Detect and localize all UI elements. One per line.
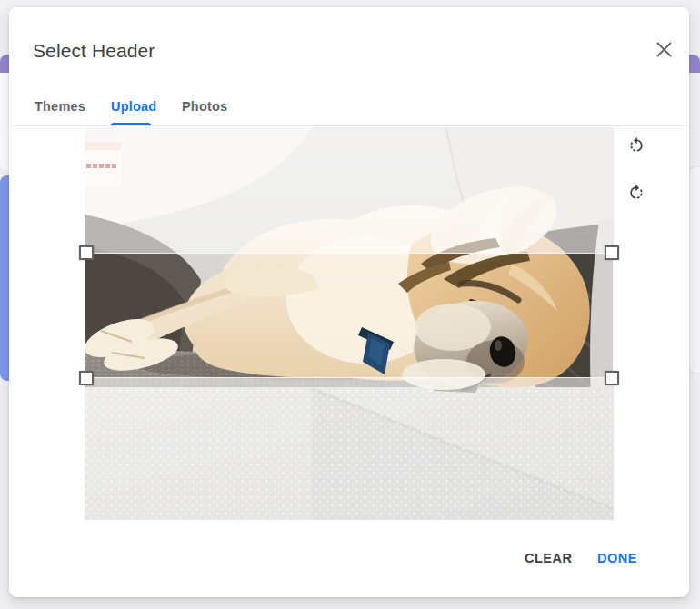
tab-themes[interactable]: Themes	[35, 95, 85, 118]
rotate-right-button[interactable]	[624, 180, 649, 205]
backdrop-purple-card-corner-left	[0, 55, 9, 73]
select-header-dialog: Select Header Themes Upload Photos	[9, 7, 689, 597]
rotate-left-icon	[627, 136, 645, 155]
backdrop-question-card-edge	[688, 166, 700, 374]
clear-button[interactable]: CLEAR	[515, 545, 581, 571]
tabs-divider	[9, 125, 689, 126]
tab-upload[interactable]: Upload	[111, 95, 156, 118]
upload-photo-preview	[85, 127, 614, 520]
backdrop-selected-question-border	[0, 175, 9, 381]
crop-dim-overlay-bottom	[85, 378, 614, 520]
crop-handle-bottom-left[interactable]	[79, 371, 94, 385]
tab-photos[interactable]: Photos	[182, 95, 227, 118]
backdrop-header-card-edge	[0, 73, 9, 171]
crop-handle-bottom-right[interactable]	[605, 371, 619, 385]
crop-selection-region[interactable]	[85, 253, 614, 378]
crop-handle-top-left[interactable]	[79, 245, 94, 260]
done-button[interactable]: DONE	[588, 545, 646, 571]
rotate-left-button[interactable]	[624, 133, 649, 158]
backdrop-purple-card-corner-right	[687, 55, 700, 73]
crop-dim-overlay-top	[85, 127, 614, 253]
crop-handle-top-right[interactable]	[605, 245, 619, 260]
dialog-title: Select Header	[33, 40, 155, 62]
close-icon	[656, 42, 672, 57]
rotate-right-icon	[627, 184, 645, 202]
close-button[interactable]	[645, 31, 682, 67]
